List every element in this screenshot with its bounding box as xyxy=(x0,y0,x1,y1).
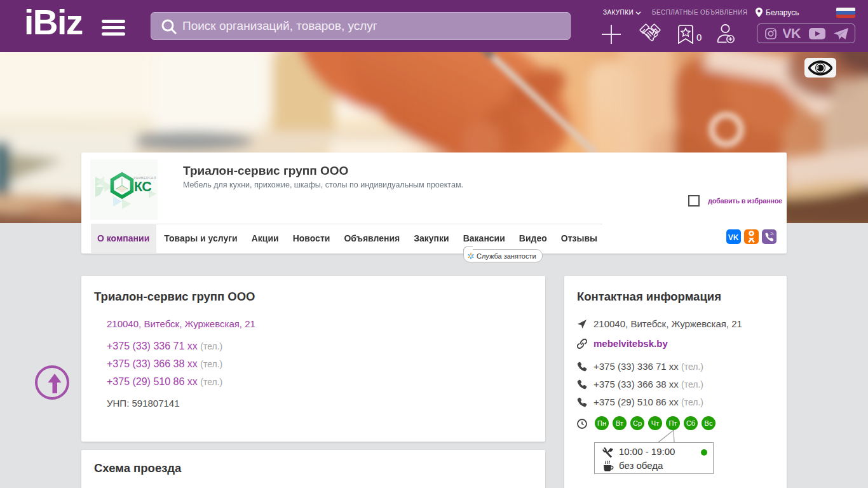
svg-text:КС: КС xyxy=(134,179,151,194)
svg-text:VK: VK xyxy=(783,27,801,39)
svg-text:VK: VK xyxy=(728,234,739,240)
